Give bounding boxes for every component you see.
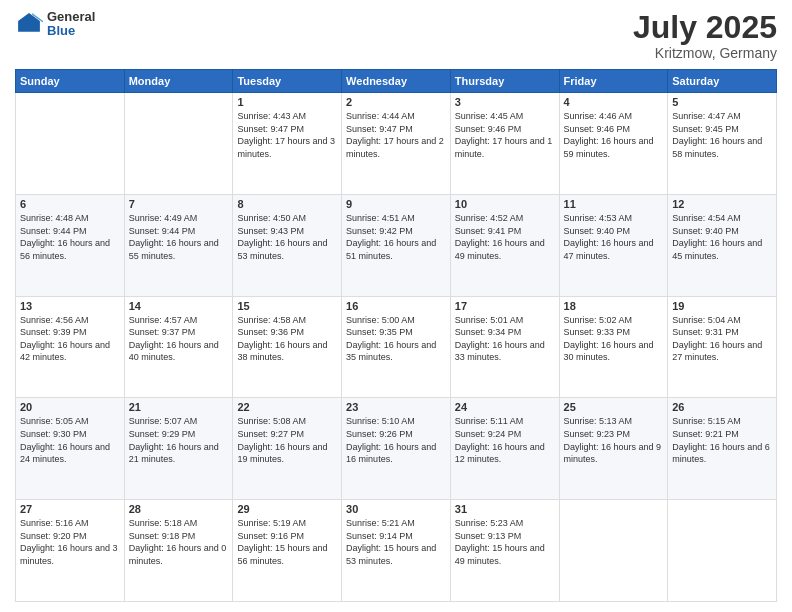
title-block: July 2025 Kritzmow, Germany bbox=[633, 10, 777, 61]
day-number: 6 bbox=[20, 198, 120, 210]
weekday-header-monday: Monday bbox=[124, 70, 233, 93]
day-info: Sunrise: 5:05 AMSunset: 9:30 PMDaylight:… bbox=[20, 416, 110, 464]
day-info: Sunrise: 5:01 AMSunset: 9:34 PMDaylight:… bbox=[455, 315, 545, 363]
day-info: Sunrise: 5:00 AMSunset: 9:35 PMDaylight:… bbox=[346, 315, 436, 363]
calendar-cell: 2 Sunrise: 4:44 AMSunset: 9:47 PMDayligh… bbox=[342, 93, 451, 195]
calendar-cell: 22 Sunrise: 5:08 AMSunset: 9:27 PMDaylig… bbox=[233, 398, 342, 500]
header: General Blue July 2025 Kritzmow, Germany bbox=[15, 10, 777, 61]
logo-general: General bbox=[47, 10, 95, 24]
calendar-week-5: 27 Sunrise: 5:16 AMSunset: 9:20 PMDaylig… bbox=[16, 500, 777, 602]
calendar-header: SundayMondayTuesdayWednesdayThursdayFrid… bbox=[16, 70, 777, 93]
day-number: 8 bbox=[237, 198, 337, 210]
weekday-header-saturday: Saturday bbox=[668, 70, 777, 93]
calendar-table: SundayMondayTuesdayWednesdayThursdayFrid… bbox=[15, 69, 777, 602]
calendar-cell: 31 Sunrise: 5:23 AMSunset: 9:13 PMDaylig… bbox=[450, 500, 559, 602]
logo-text: General Blue bbox=[47, 10, 95, 39]
day-info: Sunrise: 4:44 AMSunset: 9:47 PMDaylight:… bbox=[346, 111, 444, 159]
day-number: 3 bbox=[455, 96, 555, 108]
calendar-cell: 9 Sunrise: 4:51 AMSunset: 9:42 PMDayligh… bbox=[342, 194, 451, 296]
day-info: Sunrise: 4:45 AMSunset: 9:46 PMDaylight:… bbox=[455, 111, 553, 159]
calendar-cell: 3 Sunrise: 4:45 AMSunset: 9:46 PMDayligh… bbox=[450, 93, 559, 195]
day-number: 19 bbox=[672, 300, 772, 312]
calendar-cell: 11 Sunrise: 4:53 AMSunset: 9:40 PMDaylig… bbox=[559, 194, 668, 296]
calendar-cell: 7 Sunrise: 4:49 AMSunset: 9:44 PMDayligh… bbox=[124, 194, 233, 296]
day-info: Sunrise: 5:07 AMSunset: 9:29 PMDaylight:… bbox=[129, 416, 219, 464]
logo-icon bbox=[15, 10, 43, 38]
calendar-cell: 23 Sunrise: 5:10 AMSunset: 9:26 PMDaylig… bbox=[342, 398, 451, 500]
calendar-cell bbox=[559, 500, 668, 602]
logo: General Blue bbox=[15, 10, 95, 39]
day-info: Sunrise: 5:23 AMSunset: 9:13 PMDaylight:… bbox=[455, 518, 545, 566]
day-info: Sunrise: 4:48 AMSunset: 9:44 PMDaylight:… bbox=[20, 213, 110, 261]
day-number: 5 bbox=[672, 96, 772, 108]
day-number: 9 bbox=[346, 198, 446, 210]
day-number: 31 bbox=[455, 503, 555, 515]
day-number: 16 bbox=[346, 300, 446, 312]
calendar-cell bbox=[668, 500, 777, 602]
day-number: 20 bbox=[20, 401, 120, 413]
day-number: 11 bbox=[564, 198, 664, 210]
calendar-cell: 30 Sunrise: 5:21 AMSunset: 9:14 PMDaylig… bbox=[342, 500, 451, 602]
day-number: 7 bbox=[129, 198, 229, 210]
day-number: 26 bbox=[672, 401, 772, 413]
calendar-cell: 18 Sunrise: 5:02 AMSunset: 9:33 PMDaylig… bbox=[559, 296, 668, 398]
day-info: Sunrise: 4:51 AMSunset: 9:42 PMDaylight:… bbox=[346, 213, 436, 261]
day-number: 25 bbox=[564, 401, 664, 413]
day-info: Sunrise: 5:10 AMSunset: 9:26 PMDaylight:… bbox=[346, 416, 436, 464]
calendar-cell: 8 Sunrise: 4:50 AMSunset: 9:43 PMDayligh… bbox=[233, 194, 342, 296]
calendar-cell: 4 Sunrise: 4:46 AMSunset: 9:46 PMDayligh… bbox=[559, 93, 668, 195]
day-info: Sunrise: 4:46 AMSunset: 9:46 PMDaylight:… bbox=[564, 111, 654, 159]
day-info: Sunrise: 4:52 AMSunset: 9:41 PMDaylight:… bbox=[455, 213, 545, 261]
day-number: 13 bbox=[20, 300, 120, 312]
day-number: 17 bbox=[455, 300, 555, 312]
main-title: July 2025 bbox=[633, 10, 777, 45]
weekday-header-friday: Friday bbox=[559, 70, 668, 93]
day-info: Sunrise: 4:43 AMSunset: 9:47 PMDaylight:… bbox=[237, 111, 335, 159]
calendar-cell: 17 Sunrise: 5:01 AMSunset: 9:34 PMDaylig… bbox=[450, 296, 559, 398]
calendar-body: 1 Sunrise: 4:43 AMSunset: 9:47 PMDayligh… bbox=[16, 93, 777, 602]
calendar-cell: 21 Sunrise: 5:07 AMSunset: 9:29 PMDaylig… bbox=[124, 398, 233, 500]
day-info: Sunrise: 5:18 AMSunset: 9:18 PMDaylight:… bbox=[129, 518, 227, 566]
day-info: Sunrise: 5:13 AMSunset: 9:23 PMDaylight:… bbox=[564, 416, 662, 464]
day-number: 21 bbox=[129, 401, 229, 413]
svg-marker-0 bbox=[18, 13, 40, 32]
calendar-week-3: 13 Sunrise: 4:56 AMSunset: 9:39 PMDaylig… bbox=[16, 296, 777, 398]
calendar-cell: 20 Sunrise: 5:05 AMSunset: 9:30 PMDaylig… bbox=[16, 398, 125, 500]
calendar-cell: 1 Sunrise: 4:43 AMSunset: 9:47 PMDayligh… bbox=[233, 93, 342, 195]
day-info: Sunrise: 5:04 AMSunset: 9:31 PMDaylight:… bbox=[672, 315, 762, 363]
day-info: Sunrise: 4:49 AMSunset: 9:44 PMDaylight:… bbox=[129, 213, 219, 261]
subtitle: Kritzmow, Germany bbox=[633, 45, 777, 61]
calendar-cell: 5 Sunrise: 4:47 AMSunset: 9:45 PMDayligh… bbox=[668, 93, 777, 195]
calendar-week-1: 1 Sunrise: 4:43 AMSunset: 9:47 PMDayligh… bbox=[16, 93, 777, 195]
day-info: Sunrise: 4:56 AMSunset: 9:39 PMDaylight:… bbox=[20, 315, 110, 363]
calendar-cell: 15 Sunrise: 4:58 AMSunset: 9:36 PMDaylig… bbox=[233, 296, 342, 398]
calendar-cell: 13 Sunrise: 4:56 AMSunset: 9:39 PMDaylig… bbox=[16, 296, 125, 398]
day-number: 22 bbox=[237, 401, 337, 413]
calendar-cell: 26 Sunrise: 5:15 AMSunset: 9:21 PMDaylig… bbox=[668, 398, 777, 500]
weekday-header-sunday: Sunday bbox=[16, 70, 125, 93]
day-info: Sunrise: 5:19 AMSunset: 9:16 PMDaylight:… bbox=[237, 518, 327, 566]
day-info: Sunrise: 4:57 AMSunset: 9:37 PMDaylight:… bbox=[129, 315, 219, 363]
day-info: Sunrise: 4:58 AMSunset: 9:36 PMDaylight:… bbox=[237, 315, 327, 363]
day-info: Sunrise: 4:50 AMSunset: 9:43 PMDaylight:… bbox=[237, 213, 327, 261]
calendar-cell: 27 Sunrise: 5:16 AMSunset: 9:20 PMDaylig… bbox=[16, 500, 125, 602]
weekday-header-tuesday: Tuesday bbox=[233, 70, 342, 93]
day-info: Sunrise: 5:08 AMSunset: 9:27 PMDaylight:… bbox=[237, 416, 327, 464]
day-number: 14 bbox=[129, 300, 229, 312]
calendar-cell: 28 Sunrise: 5:18 AMSunset: 9:18 PMDaylig… bbox=[124, 500, 233, 602]
calendar-cell: 6 Sunrise: 4:48 AMSunset: 9:44 PMDayligh… bbox=[16, 194, 125, 296]
day-info: Sunrise: 4:47 AMSunset: 9:45 PMDaylight:… bbox=[672, 111, 762, 159]
logo-blue: Blue bbox=[47, 24, 95, 38]
day-number: 4 bbox=[564, 96, 664, 108]
day-number: 15 bbox=[237, 300, 337, 312]
calendar-week-2: 6 Sunrise: 4:48 AMSunset: 9:44 PMDayligh… bbox=[16, 194, 777, 296]
page: General Blue July 2025 Kritzmow, Germany… bbox=[0, 0, 792, 612]
day-info: Sunrise: 5:02 AMSunset: 9:33 PMDaylight:… bbox=[564, 315, 654, 363]
day-number: 24 bbox=[455, 401, 555, 413]
day-number: 23 bbox=[346, 401, 446, 413]
day-info: Sunrise: 4:53 AMSunset: 9:40 PMDaylight:… bbox=[564, 213, 654, 261]
day-number: 30 bbox=[346, 503, 446, 515]
calendar-cell: 12 Sunrise: 4:54 AMSunset: 9:40 PMDaylig… bbox=[668, 194, 777, 296]
weekday-header-thursday: Thursday bbox=[450, 70, 559, 93]
weekday-header-wednesday: Wednesday bbox=[342, 70, 451, 93]
